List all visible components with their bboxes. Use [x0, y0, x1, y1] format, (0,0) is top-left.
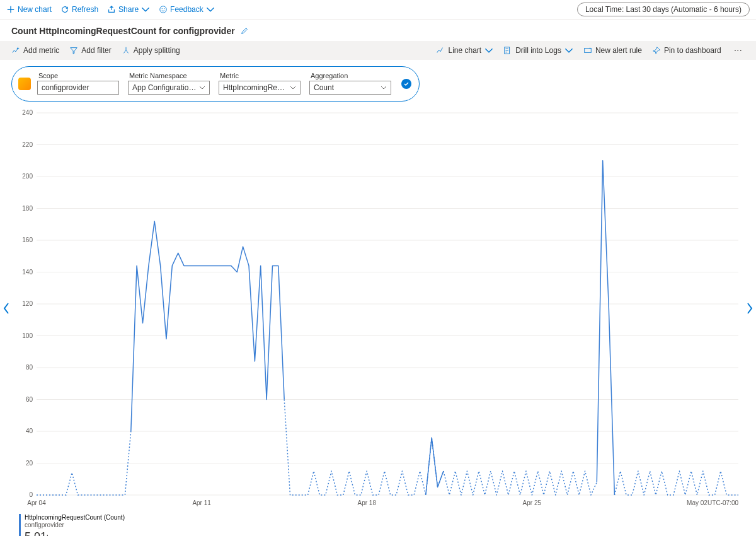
svg-text:UTC-07:00: UTC-07:00 [707, 499, 738, 506]
svg-text:Apr 11: Apr 11 [192, 499, 211, 506]
chevron-down-icon [381, 84, 387, 91]
svg-text:Apr 04: Apr 04 [27, 499, 46, 506]
chart-area: 020406080100120140160180200220240Apr 04A… [11, 107, 745, 510]
resource-icon [18, 78, 31, 90]
pin-icon [652, 46, 661, 55]
chevron-down-icon [290, 84, 296, 91]
metric-value: HttpIncomingRequestC... [223, 83, 287, 92]
chevron-down-icon [484, 46, 493, 55]
metrics-chart[interactable]: 020406080100120140160180200220240Apr 04A… [11, 107, 745, 510]
pin-dashboard-label: Pin to dashboard [664, 46, 721, 55]
chevron-down-icon [199, 84, 205, 91]
svg-rect-4 [585, 49, 592, 53]
add-metric-button[interactable]: Add metric [11, 46, 59, 55]
share-label: Share [118, 5, 139, 14]
svg-point-2 [164, 8, 164, 9]
legend-unit: k [47, 533, 50, 536]
drill-into-logs-button[interactable]: Drill into Logs [503, 46, 573, 55]
svg-text:120: 120 [22, 300, 33, 307]
svg-text:80: 80 [26, 364, 33, 371]
svg-text:60: 60 [26, 396, 33, 403]
filter-icon [69, 46, 78, 55]
refresh-label: Refresh [72, 5, 98, 14]
aggregation-select[interactable]: Count [309, 81, 391, 95]
add-metric-icon [11, 46, 20, 55]
alert-icon [583, 46, 592, 55]
svg-text:Apr 25: Apr 25 [523, 499, 542, 506]
new-alert-label: New alert rule [595, 46, 642, 55]
svg-text:140: 140 [22, 269, 33, 276]
feedback-label: Feedback [170, 5, 203, 14]
chevron-down-icon [141, 5, 150, 14]
chevron-down-icon [206, 5, 215, 14]
chevron-down-icon [564, 46, 573, 55]
apply-splitting-label: Apply splitting [134, 46, 180, 55]
check-icon [403, 81, 410, 87]
add-metric-label: Add metric [23, 46, 59, 55]
plus-icon [6, 5, 15, 14]
svg-text:100: 100 [22, 332, 33, 339]
svg-text:200: 200 [22, 173, 33, 180]
svg-text:0: 0 [29, 491, 33, 498]
more-button[interactable]: ··· [731, 45, 745, 56]
new-chart-label: New chart [18, 5, 52, 14]
chevron-right-icon [746, 302, 753, 315]
scope-input[interactable] [37, 81, 119, 95]
top-bar: New chart Refresh Share Feedback Local T… [0, 0, 756, 20]
refresh-button[interactable]: Refresh [60, 5, 98, 14]
line-chart-icon [436, 46, 445, 55]
new-alert-button[interactable]: New alert rule [583, 46, 642, 55]
svg-point-0 [160, 6, 167, 13]
share-icon [107, 5, 116, 14]
logs-icon [503, 46, 512, 55]
svg-text:20: 20 [26, 460, 33, 467]
namespace-value: App Configuration stan... [132, 83, 197, 92]
add-filter-button[interactable]: Add filter [69, 46, 111, 55]
svg-text:Apr 18: Apr 18 [358, 499, 377, 506]
drill-into-logs-label: Drill into Logs [515, 46, 561, 55]
legend-value: 5.01 [25, 530, 47, 536]
svg-text:May 02: May 02 [687, 499, 707, 506]
svg-text:220: 220 [22, 141, 33, 148]
chart-title-row: Count HttpIncomingRequestCount for confi… [0, 20, 756, 41]
prev-chart-button[interactable] [0, 296, 13, 321]
apply-splitting-button[interactable]: Apply splitting [122, 46, 180, 55]
chart-type-label: Line chart [448, 46, 481, 55]
time-range-pill[interactable]: Local Time: Last 30 days (Automatic - 6 … [577, 3, 750, 16]
add-filter-label: Add filter [81, 46, 111, 55]
chevron-left-icon [3, 302, 10, 315]
svg-text:180: 180 [22, 205, 33, 212]
svg-text:160: 160 [22, 236, 33, 243]
pin-dashboard-button[interactable]: Pin to dashboard [652, 46, 721, 55]
namespace-select[interactable]: App Configuration stan... [128, 81, 210, 95]
confirm-button[interactable] [401, 79, 411, 89]
svg-point-1 [162, 8, 163, 9]
feedback-button[interactable]: Feedback [159, 5, 215, 14]
scope-label: Scope [37, 72, 119, 79]
legend-metric: HttpIncomingRequestCount (Count) [25, 514, 745, 521]
metric-label: Metric [219, 72, 301, 79]
refresh-icon [60, 5, 69, 14]
namespace-label: Metric Namespace [128, 72, 210, 79]
smiley-icon [159, 5, 168, 14]
metric-select[interactable]: HttpIncomingRequestC... [219, 81, 301, 95]
metric-selector-capsule: Scope Metric Namespace App Configuration… [11, 66, 420, 102]
new-chart-button[interactable]: New chart [6, 5, 52, 14]
edit-icon[interactable] [240, 26, 249, 35]
next-chart-button[interactable] [743, 296, 756, 321]
chart-type-button[interactable]: Line chart [436, 46, 493, 55]
aggregation-value: Count [314, 83, 378, 92]
chart-toolbar: Add metric Add filter Apply splitting Li… [0, 41, 756, 60]
svg-text:40: 40 [26, 428, 33, 434]
share-button[interactable]: Share [107, 5, 150, 14]
legend[interactable]: HttpIncomingRequestCount (Count) configp… [19, 514, 745, 536]
split-icon [122, 46, 130, 55]
legend-resource: configprovider [25, 521, 745, 529]
aggregation-label: Aggregation [309, 72, 391, 79]
svg-text:240: 240 [22, 109, 33, 116]
chart-title: Count HttpIncomingRequestCount for confi… [11, 26, 235, 36]
